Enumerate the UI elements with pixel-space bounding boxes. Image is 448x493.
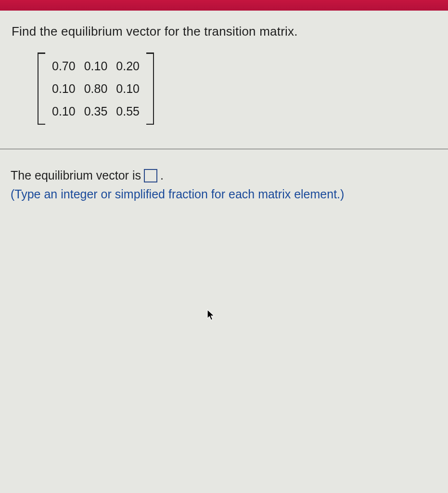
matrix-cell: 0.10 (52, 82, 76, 96)
matrix-cell: 0.70 (52, 59, 76, 73)
answer-prefix: The equilibrium vector is (11, 169, 141, 182)
matrix-cell: 0.10 (52, 104, 76, 118)
window-titlebar (0, 0, 448, 11)
matrix-cell: 0.35 (84, 104, 108, 118)
question-panel: Find the equilibrium vector for the tran… (0, 11, 448, 493)
question-prompt: Find the equilibrium vector for the tran… (12, 24, 438, 39)
answer-hint: (Type an integer or simplified fraction … (11, 187, 438, 201)
transition-matrix: 0.70 0.10 0.20 0.10 0.80 0.10 0.10 0.35 … (38, 52, 438, 125)
matrix-grid: 0.70 0.10 0.20 0.10 0.80 0.10 0.10 0.35 … (45, 52, 146, 125)
matrix-cell: 0.20 (116, 59, 140, 73)
answer-sentence: The equilibrium vector is . (11, 169, 438, 182)
bracket-right-icon (146, 52, 154, 125)
matrix-cell: 0.10 (84, 59, 108, 73)
matrix-cell: 0.55 (116, 104, 140, 118)
equilibrium-vector-input[interactable] (144, 169, 157, 182)
mouse-cursor-icon (207, 309, 215, 322)
answer-suffix: . (160, 169, 164, 182)
matrix-cell: 0.10 (116, 82, 140, 96)
matrix-cell: 0.80 (84, 82, 108, 96)
section-divider (0, 149, 448, 149)
bracket-left-icon (38, 52, 45, 125)
